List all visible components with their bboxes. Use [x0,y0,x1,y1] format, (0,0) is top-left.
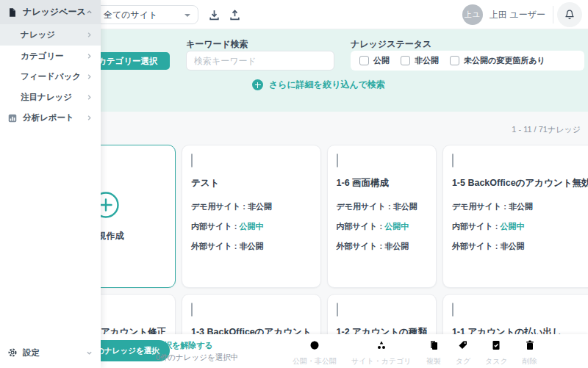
upload-button[interactable] [229,9,241,21]
knowledge-card[interactable]: 1-2 アカウントの種類 [327,294,437,334]
knowledge-card[interactable]: テストデモ用サイト : 非公開内部サイト : 公開中外部サイト : 非公開 [182,145,321,288]
field-value: 非公開 [509,202,533,211]
chevron-right-icon [86,73,93,80]
card-title: 1-3 BackOfficeのアカウント [191,326,312,334]
advanced-search-link[interactable]: さらに詳細を絞り込んで検索 [252,79,385,91]
field-label: 外部サイト : [191,242,237,250]
tag-icon [457,339,469,354]
bulk-action-site-category[interactable]: サイト・カテゴリ [351,339,412,367]
sidebar-item-label: 注目ナレッジ [21,92,72,103]
card-fields: デモ用サイト : 非公開内部サイト : 公開中外部サイト : 非公開 [452,197,588,256]
chevron-up-icon [86,9,93,15]
chevron-down-icon [184,14,190,17]
keyword-search-input[interactable] [186,51,334,71]
knowledge-card[interactable]: 1-5 BackOfficeのアカウント無効化デモ用サイト : 非公開内部サイト… [442,145,588,288]
field-value: 非公開 [384,242,409,250]
card-checkbox[interactable] [452,154,453,167]
bell-icon [564,9,576,21]
card-field: 内部サイト : 公開中 [191,217,312,237]
field-value: 公開中 [384,222,409,231]
card-title: 1-6 画面構成 [337,177,427,190]
analytics-icon [7,113,18,123]
site-select-dropdown[interactable]: 全てのサイト [87,5,198,24]
card-field: 外部サイト : 非公開 [191,237,312,256]
field-value: 公開中 [240,222,264,231]
field-label: 内部サイト : [452,222,498,231]
site-category-icon [376,339,387,354]
card-checkbox[interactable] [191,303,193,317]
bulk-action-task[interactable]: タスク [485,339,508,367]
bulk-action-copy[interactable]: 複製 [426,339,441,367]
field-label: デモ用サイト : [452,202,506,211]
card-checkbox[interactable] [191,154,193,167]
result-counter: 1 - 11 / 71ナレッジ [512,124,581,135]
sidebar-item-5[interactable]: 分析レポート [0,107,101,129]
field-value: 非公開 [248,202,272,211]
card-field: 外部サイト : 非公開 [337,237,427,256]
knowledge-card-grid: 新規作成テストデモ用サイト : 非公開内部サイト : 公開中外部サイト : 非公… [37,145,584,334]
notifications-button[interactable] [557,2,582,27]
deselect-link[interactable]: 選択を解除する [156,340,213,351]
keyword-search-label: キーワード検索 [186,38,248,51]
field-value: 非公開 [393,202,417,211]
chevron-right-icon [86,115,93,121]
advanced-search-label: さらに詳細を絞り込んで検索 [269,79,385,91]
field-value: 公開中 [500,222,524,231]
knowledge-card[interactable]: 1-6 画面構成デモ用サイト : 非公開内部サイト : 公開中外部サイト : 非… [327,145,437,288]
sidebar-item-4[interactable]: 注目ナレッジ [0,87,101,107]
trash-icon [524,339,536,354]
document-icon [7,7,18,18]
user-name: 上田 ユーザー [490,9,545,21]
sidebar-item-1[interactable]: ナレッジ [0,24,101,46]
bulk-action-trash[interactable]: 削除 [523,339,537,367]
task-icon [490,339,502,354]
selection-count: 0件のナレッジを選択中 [156,353,238,363]
sidebar-item-label: ナレッジ [21,29,55,40]
copy-icon [428,339,440,354]
sidebar-item-0[interactable]: ナレッジベース [0,0,101,24]
sidebar-item-2[interactable]: カテゴリー [0,46,101,66]
card-title: 1-1 アカウントの払い出し [452,326,588,334]
field-label: デモ用サイト : [337,202,391,211]
card-checkbox[interactable] [452,303,453,317]
sidebar-settings-label: 設定 [23,347,40,358]
chevron-down-icon [86,350,93,356]
chevron-right-icon [86,53,93,59]
upload-icon [229,9,241,21]
status-checkbox[interactable]: 非公開 [401,55,439,66]
card-field: デモ用サイト : 非公開 [337,197,427,217]
sidebar-item-3[interactable]: フィードバック [0,66,101,87]
download-button[interactable] [208,9,220,21]
card-checkbox[interactable] [337,154,338,167]
sidebar-item-label: 分析レポート [23,112,74,123]
chevron-right-icon [86,94,93,101]
card-checkbox[interactable] [337,303,338,317]
app-window: 全てのサイト 上ユ 上田 ユーザー カテゴリー選択 キーワード検索 ナレッジステ… [0,0,588,368]
gear-icon [7,347,18,358]
sidebar: ナレッジベースナレッジカテゴリーフィードバック注目ナレッジ分析レポート設定 [0,0,101,368]
sidebar-item-label: カテゴリー [21,51,64,62]
card-field: 内部サイト : 公開中 [337,217,427,237]
field-label: デモ用サイト : [191,202,245,211]
site-select-value: 全てのサイト [104,9,157,21]
avatar: 上ユ [462,4,483,25]
knowledge-status-label: ナレッジステータス [351,38,431,51]
status-checkbox-group: 公開 非公開 未公開の変更箇所あり [351,51,584,71]
card-title: 1-5 BackOfficeのアカウント無効化 [452,177,588,190]
knowledge-card[interactable]: 1-1 アカウントの払い出し [442,294,588,334]
bulk-action-tag[interactable]: タグ [456,339,470,367]
knowledge-card[interactable]: 1-3 BackOfficeのアカウント [182,294,321,334]
download-icon [208,9,220,21]
sidebar-item-settings[interactable]: 設定 [0,337,101,368]
card-title: 1-2 アカウントの種類 [337,326,427,334]
status-checkbox[interactable]: 未公開の変更箇所あり [450,55,545,66]
user-menu[interactable]: 上ユ 上田 ユーザー [462,0,545,29]
status-checkbox[interactable]: 公開 [359,55,390,66]
field-label: 内部サイト : [191,222,237,231]
sidebar-item-label: ナレッジベース [23,6,86,18]
card-field: 外部サイト : 非公開 [452,237,588,256]
card-fields: デモ用サイト : 非公開内部サイト : 公開中外部サイト : 非公開 [337,197,427,256]
bulk-action-globe[interactable]: 公開・非公開 [293,339,337,367]
plus-circle-icon [252,79,263,90]
field-value: 非公開 [240,242,264,250]
